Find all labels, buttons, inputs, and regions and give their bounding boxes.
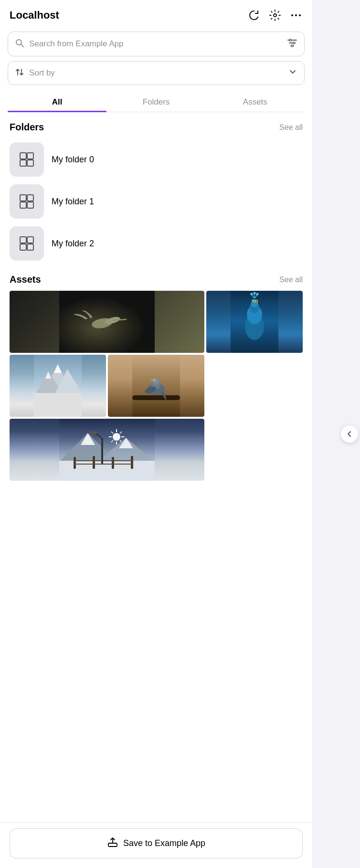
asset-mountain1[interactable] (10, 355, 106, 417)
svg-rect-70 (74, 457, 76, 469)
search-icon (15, 38, 24, 50)
folders-title: Folders (10, 122, 44, 133)
header: Localhost (0, 0, 312, 30)
folder-item-1[interactable]: My folder 1 (0, 180, 312, 222)
folder-thumb-1 (10, 184, 44, 219)
filter-icon[interactable] (287, 38, 297, 50)
svg-point-56 (113, 433, 120, 441)
svg-point-9 (289, 39, 291, 41)
folders-section-header: Folders See all (0, 112, 312, 138)
tabs: All Folders Assets (8, 92, 305, 112)
svg-point-39 (256, 293, 259, 296)
svg-line-5 (21, 44, 24, 47)
svg-point-0 (274, 14, 276, 17)
svg-rect-20 (20, 237, 26, 243)
svg-point-3 (299, 14, 301, 16)
svg-rect-73 (131, 456, 133, 469)
app-title: Localhost (10, 9, 59, 21)
svg-point-77 (89, 431, 97, 435)
assets-see-all[interactable]: See all (279, 275, 303, 284)
svg-rect-72 (112, 457, 114, 469)
svg-rect-44 (34, 393, 82, 417)
save-upload-icon (107, 836, 118, 850)
sort-icon (15, 67, 24, 79)
tab-all[interactable]: All (8, 92, 106, 112)
svg-point-11 (291, 45, 293, 47)
sort-bar[interactable]: Sort by (8, 61, 305, 85)
svg-point-33 (256, 301, 257, 302)
svg-rect-48 (132, 395, 180, 400)
folder-name-2: My folder 2 (52, 239, 94, 249)
search-placeholder: Search from Example App (29, 39, 282, 49)
folder-name-0: My folder 0 (52, 155, 94, 165)
svg-rect-71 (93, 456, 95, 469)
scrollbar-area (312, 0, 360, 868)
svg-rect-12 (20, 153, 26, 159)
svg-point-37 (251, 293, 253, 296)
svg-rect-15 (27, 160, 33, 166)
settings-icon[interactable] (268, 9, 282, 22)
folders-see-all[interactable]: See all (279, 123, 303, 132)
asset-mountain-winter[interactable] (10, 419, 204, 481)
folder-thumb-0 (10, 142, 44, 177)
assets-section-header: Assets See all (0, 265, 312, 291)
svg-rect-21 (27, 237, 33, 243)
save-to-app-button[interactable]: Save to Example App (10, 828, 303, 858)
svg-point-10 (293, 42, 295, 44)
header-actions (247, 9, 303, 22)
sort-label: Sort by (29, 68, 288, 78)
folder-thumb-2 (10, 226, 44, 261)
svg-rect-17 (27, 195, 33, 201)
save-button-label: Save to Example App (123, 838, 205, 848)
svg-rect-78 (108, 843, 117, 847)
svg-point-38 (254, 292, 256, 295)
svg-point-54 (154, 380, 155, 381)
folder-item-0[interactable]: My folder 0 (0, 138, 312, 180)
svg-rect-18 (20, 202, 26, 208)
search-bar[interactable]: Search from Example App (8, 32, 305, 56)
svg-rect-19 (27, 202, 33, 208)
svg-rect-16 (20, 195, 26, 201)
svg-rect-14 (20, 160, 26, 166)
tab-assets[interactable]: Assets (206, 92, 305, 112)
svg-point-2 (295, 14, 297, 16)
folder-item-2[interactable]: My folder 2 (0, 222, 312, 265)
bottom-bar: Save to Example App (0, 822, 312, 868)
svg-rect-22 (20, 244, 26, 250)
chevron-down-icon (288, 67, 297, 79)
more-options-icon[interactable] (289, 9, 303, 22)
scroll-chevron-icon[interactable] (341, 425, 358, 443)
svg-rect-76 (101, 438, 103, 464)
assets-title: Assets (10, 274, 41, 285)
svg-rect-23 (27, 244, 33, 250)
svg-rect-13 (27, 153, 33, 159)
svg-point-1 (291, 14, 293, 16)
assets-grid (0, 291, 312, 481)
asset-hummingbird[interactable] (10, 291, 204, 353)
asset-peacock[interactable] (206, 291, 303, 353)
asset-small-bird[interactable] (108, 355, 204, 417)
refresh-icon[interactable] (247, 9, 261, 22)
folder-name-1: My folder 1 (52, 197, 94, 207)
tab-folders[interactable]: Folders (106, 92, 205, 112)
